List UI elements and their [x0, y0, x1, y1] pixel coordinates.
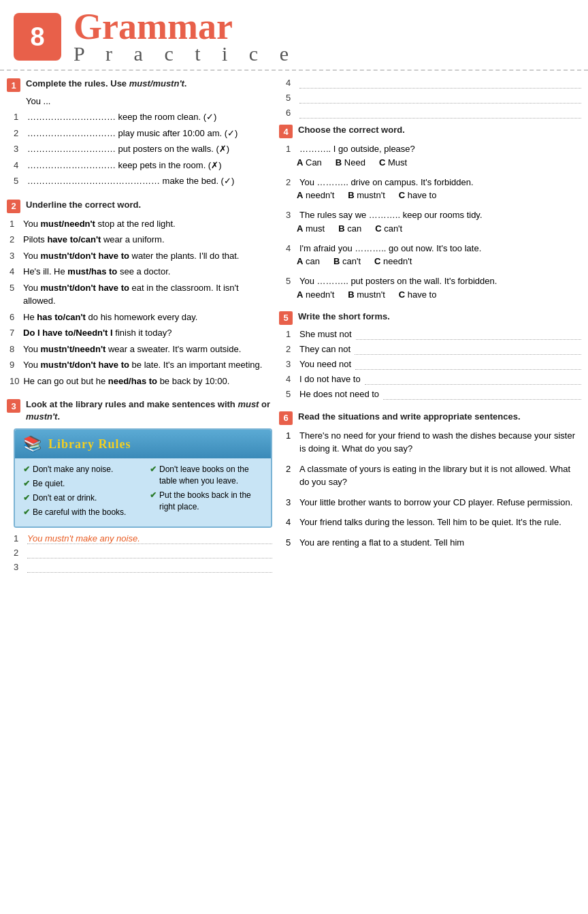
section-3-title: Look at the library rules and make sente… — [26, 398, 272, 423]
section-6-title: Read the situations and write appropriat… — [298, 411, 521, 423]
list-item: 3 ………………………… put posters on the walls. (… — [14, 142, 272, 156]
s6-item: 3 Your little brother wants to borrow yo… — [279, 496, 581, 509]
choice-q2: 2 You ……….. drive on campus. It's forbid… — [279, 176, 581, 201]
section-2-header: 2 Underline the correct word. — [7, 199, 272, 213]
section-5: 5 Write the short forms. 1 She must not … — [279, 311, 581, 400]
books-icon: 📚 — [23, 435, 42, 453]
list-item: 10 He can go out but he need/has to be b… — [10, 375, 272, 388]
section-2-num: 2 — [7, 200, 20, 213]
practice-subtitle: P r a c t i c e — [74, 42, 297, 65]
list-item: 8 You mustn't/needn't wear a sweater. It… — [10, 343, 272, 356]
section-3: 3 Look at the library rules and make sen… — [7, 398, 272, 573]
section-1-num: 1 — [7, 78, 20, 92]
list-item: 1 You must/needn't stop at the red light… — [10, 217, 272, 231]
rule-item: ✔ Don't make any noise. — [23, 464, 136, 475]
left-column: 1 Complete the rules. Use must/mustn't. … — [7, 78, 272, 584]
section-2-title: Underline the correct word. — [26, 199, 141, 211]
s3-answer-filled: You mustn't make any noise. — [27, 533, 272, 544]
rdl-item: 6 — [286, 108, 581, 119]
section-4-header: 4 Choose the correct word. — [279, 124, 581, 138]
choice-q5: 5 You ……….. put posters on the wall. It'… — [279, 274, 581, 300]
s5-item: 5 He does not need to — [279, 389, 581, 400]
list-item: 4 ………………………… keep pets in the room. (✗) — [14, 159, 272, 172]
rdl-item: 4 — [286, 78, 581, 89]
s3-answer-item: 1 You mustn't make any noise. — [14, 533, 272, 544]
section-5-title: Write the short forms. — [298, 311, 390, 323]
s5-item: 3 You need not — [279, 359, 581, 370]
section-6: 6 Read the situations and write appropri… — [279, 411, 581, 550]
list-item: 3 You mustn't/don't have to water the pl… — [10, 249, 272, 263]
s6-item: 4 Your friend talks during the lesson. T… — [279, 516, 581, 529]
list-item: 2 Pilots have to/can't wear a uniform. — [10, 233, 272, 247]
rule-item: ✔ Be quiet. — [23, 478, 136, 490]
s6-item: 1 There's no need for your friend to was… — [279, 429, 581, 456]
header-title: Grammar P r a c t i c e — [74, 8, 297, 65]
section-3-header: 3 Look at the library rules and make sen… — [7, 398, 272, 423]
section-5-num: 5 — [279, 311, 293, 325]
list-item: 2 ………………………… play music after 10:00 am. … — [14, 127, 272, 140]
section-5-header: 5 Write the short forms. — [279, 311, 581, 325]
s5-item: 4 I do not have to — [279, 374, 581, 385]
s3-answer-item: 3 — [14, 562, 272, 573]
rdl-item: 5 — [286, 93, 581, 104]
s3-answer-item: 2 — [14, 548, 272, 558]
s5-item: 2 They can not — [279, 344, 581, 355]
library-header: 📚 Library Rules — [15, 430, 271, 458]
right-dotted-lines: 4 5 6 — [279, 78, 581, 119]
list-item: 9 You mustn't/don't have to be late. It'… — [10, 358, 272, 372]
list-item: 5 You mustn't/don't have to eat in the c… — [10, 281, 272, 308]
list-item: 6 He has to/can't do his homework every … — [10, 311, 272, 324]
right-column: 4 5 6 4 Choose the correct word. 1 … — [279, 78, 581, 584]
section-1: 1 Complete the rules. Use must/mustn't. … — [7, 78, 272, 188]
rule-item: ✔ Be careful with the books. — [23, 507, 136, 518]
choice-q4: 4 I'm afraid you ……….. go out now. It's … — [279, 242, 581, 267]
s3-answer-blank — [27, 548, 272, 558]
section-3-answers: 1 You mustn't make any noise. 2 3 — [7, 533, 272, 573]
rule-item: ✔ Put the books back in the right place. — [150, 490, 263, 513]
page-header: 8 Grammar P r a c t i c e — [0, 0, 588, 71]
main-content: 1 Complete the rules. Use must/mustn't. … — [0, 78, 588, 584]
library-box: 📚 Library Rules ✔ Don't make any noise. … — [14, 428, 272, 527]
rules-col-right: ✔ Don't leave books on the table when yo… — [150, 464, 263, 520]
section-4: 4 Choose the correct word. 1 ……….. I go … — [279, 124, 581, 300]
s5-item: 1 She must not — [279, 329, 581, 340]
unit-badge: 8 — [14, 13, 61, 61]
section-1-title: Complete the rules. Use must/mustn't. — [26, 78, 186, 90]
choice-q3: 3 The rules say we ……….. keep our rooms … — [279, 208, 581, 234]
section-1-list: 1 ………………………… keep the room clean. (✓) 2 … — [7, 110, 272, 188]
list-item: 7 Do I have to/Needn't I finish it today… — [10, 326, 272, 340]
section-1-header: 1 Complete the rules. Use must/mustn't. — [7, 78, 272, 92]
s6-item: 5 You are renting a flat to a student. T… — [279, 536, 581, 550]
s6-item: 2 A classmate of yours is eating in the … — [279, 462, 581, 489]
section-3-num: 3 — [7, 399, 20, 413]
library-title: Library Rules — [48, 437, 131, 452]
section-2: 2 Underline the correct word. 1 You must… — [7, 199, 272, 388]
rule-item: ✔ Don't eat or drink. — [23, 492, 136, 504]
rules-col-left: ✔ Don't make any noise. ✔ Be quiet. ✔ Do… — [23, 464, 136, 520]
section-6-header: 6 Read the situations and write appropri… — [279, 411, 581, 425]
section-6-num: 6 — [279, 411, 293, 425]
list-item: 5 ……………………………………… make the bed. (✓) — [14, 174, 272, 188]
s3-answer-blank — [27, 562, 272, 573]
list-item: 1 ………………………… keep the room clean. (✓) — [14, 110, 272, 124]
choice-q1: 1 ……….. I go outside, please? A Can B Ne… — [279, 142, 581, 168]
grammar-title: Grammar — [74, 8, 297, 45]
section-4-title: Choose the correct word. — [298, 124, 405, 136]
library-rules-content: ✔ Don't make any noise. ✔ Be quiet. ✔ Do… — [15, 458, 271, 526]
section-2-list: 1 You must/needn't stop at the red light… — [7, 217, 272, 388]
rule-item: ✔ Don't leave books on the table when yo… — [150, 464, 263, 487]
section-1-sublabel: You ... — [7, 96, 272, 106]
section-4-num: 4 — [279, 125, 293, 138]
list-item: 4 He's ill. He must/has to see a doctor. — [10, 265, 272, 279]
